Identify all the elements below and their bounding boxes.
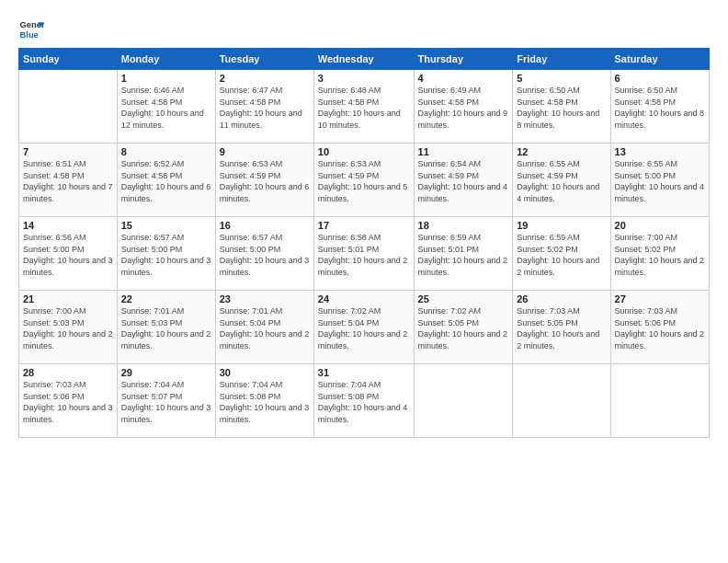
calendar-week-row: 7Sunrise: 6:51 AMSunset: 4:58 PMDaylight…: [19, 144, 710, 217]
day-number: 20: [615, 220, 705, 231]
calendar-week-row: 14Sunrise: 6:56 AMSunset: 5:00 PMDayligh…: [19, 217, 710, 291]
svg-text:Blue: Blue: [20, 30, 39, 40]
calendar-cell: 17Sunrise: 6:58 AMSunset: 5:01 PMDayligh…: [313, 217, 414, 291]
day-number: 8: [121, 146, 211, 157]
day-number: 7: [23, 146, 113, 157]
calendar-cell: 2Sunrise: 6:47 AMSunset: 4:58 PMDaylight…: [215, 70, 313, 144]
calendar-cell: 10Sunrise: 6:53 AMSunset: 4:59 PMDayligh…: [313, 144, 414, 217]
day-number: 31: [318, 367, 410, 378]
day-number: 18: [418, 220, 509, 231]
calendar-cell: [610, 364, 709, 438]
day-number: 9: [220, 146, 310, 157]
calendar-cell: 19Sunrise: 6:59 AMSunset: 5:02 PMDayligh…: [513, 217, 610, 291]
day-detail: Sunrise: 6:55 AMSunset: 5:00 PMDaylight:…: [615, 159, 705, 203]
day-number: 13: [615, 146, 705, 157]
logo-icon: General Blue: [18, 17, 44, 42]
day-number: 1: [121, 73, 211, 84]
calendar-cell: 4Sunrise: 6:49 AMSunset: 4:58 PMDaylight…: [414, 70, 513, 144]
calendar-cell: 7Sunrise: 6:51 AMSunset: 4:58 PMDaylight…: [19, 144, 118, 217]
header: General Blue: [18, 17, 710, 42]
day-detail: Sunrise: 7:03 AMSunset: 5:06 PMDaylight:…: [23, 380, 113, 424]
calendar-header-friday: Friday: [513, 49, 610, 70]
calendar-header-wednesday: Wednesday: [313, 49, 414, 70]
day-number: 11: [418, 146, 509, 157]
day-number: 22: [121, 293, 211, 304]
day-number: 26: [517, 293, 606, 304]
day-number: 5: [517, 73, 606, 84]
day-detail: Sunrise: 6:55 AMSunset: 4:59 PMDaylight:…: [517, 159, 599, 203]
day-detail: Sunrise: 7:01 AMSunset: 5:04 PMDaylight:…: [220, 306, 310, 350]
calendar-cell: 5Sunrise: 6:50 AMSunset: 4:58 PMDaylight…: [513, 70, 610, 144]
logo: General Blue: [18, 17, 44, 42]
day-number: 12: [517, 146, 606, 157]
calendar-header-sunday: Sunday: [19, 49, 118, 70]
day-detail: Sunrise: 6:58 AMSunset: 5:01 PMDaylight:…: [318, 233, 408, 277]
day-detail: Sunrise: 6:53 AMSunset: 4:59 PMDaylight:…: [318, 159, 408, 203]
day-number: 25: [418, 293, 509, 304]
day-number: 14: [23, 220, 113, 231]
day-detail: Sunrise: 7:00 AMSunset: 5:02 PMDaylight:…: [615, 233, 705, 277]
day-number: 29: [121, 367, 211, 378]
calendar-header-tuesday: Tuesday: [215, 49, 313, 70]
calendar-cell: 28Sunrise: 7:03 AMSunset: 5:06 PMDayligh…: [19, 364, 118, 438]
calendar-cell: 13Sunrise: 6:55 AMSunset: 5:00 PMDayligh…: [610, 144, 709, 217]
calendar-cell: 24Sunrise: 7:02 AMSunset: 5:04 PMDayligh…: [313, 291, 414, 364]
calendar-table: SundayMondayTuesdayWednesdayThursdayFrid…: [18, 48, 710, 438]
day-detail: Sunrise: 6:59 AMSunset: 5:01 PMDaylight:…: [418, 233, 508, 277]
day-detail: Sunrise: 7:02 AMSunset: 5:05 PMDaylight:…: [418, 306, 508, 350]
calendar-cell: [19, 70, 118, 144]
calendar-cell: 22Sunrise: 7:01 AMSunset: 5:03 PMDayligh…: [117, 291, 215, 364]
day-number: 15: [121, 220, 211, 231]
day-detail: Sunrise: 7:01 AMSunset: 5:03 PMDaylight:…: [121, 306, 211, 350]
calendar-cell: 23Sunrise: 7:01 AMSunset: 5:04 PMDayligh…: [215, 291, 313, 364]
day-number: 17: [318, 220, 410, 231]
day-number: 2: [220, 73, 310, 84]
calendar-cell: 6Sunrise: 6:50 AMSunset: 4:58 PMDaylight…: [610, 70, 709, 144]
calendar-cell: 3Sunrise: 6:48 AMSunset: 4:58 PMDaylight…: [313, 70, 414, 144]
day-detail: Sunrise: 7:02 AMSunset: 5:04 PMDaylight:…: [318, 306, 408, 350]
day-detail: Sunrise: 6:57 AMSunset: 5:00 PMDaylight:…: [220, 233, 310, 277]
day-detail: Sunrise: 6:46 AMSunset: 4:58 PMDaylight:…: [121, 86, 204, 130]
day-number: 24: [318, 293, 410, 304]
day-number: 4: [418, 73, 509, 84]
day-number: 27: [615, 293, 705, 304]
day-number: 28: [23, 367, 113, 378]
calendar-header-row: SundayMondayTuesdayWednesdayThursdayFrid…: [19, 49, 710, 70]
calendar-cell: 20Sunrise: 7:00 AMSunset: 5:02 PMDayligh…: [610, 217, 709, 291]
day-detail: Sunrise: 7:04 AMSunset: 5:07 PMDaylight:…: [121, 380, 211, 424]
day-number: 19: [517, 220, 606, 231]
calendar-cell: 11Sunrise: 6:54 AMSunset: 4:59 PMDayligh…: [414, 144, 513, 217]
calendar-cell: 15Sunrise: 6:57 AMSunset: 5:00 PMDayligh…: [117, 217, 215, 291]
calendar-cell: [414, 364, 513, 438]
day-detail: Sunrise: 6:48 AMSunset: 4:58 PMDaylight:…: [318, 86, 401, 130]
day-detail: Sunrise: 6:50 AMSunset: 4:58 PMDaylight:…: [517, 86, 599, 130]
calendar-cell: 27Sunrise: 7:03 AMSunset: 5:06 PMDayligh…: [610, 291, 709, 364]
calendar-cell: 16Sunrise: 6:57 AMSunset: 5:00 PMDayligh…: [215, 217, 313, 291]
day-detail: Sunrise: 7:04 AMSunset: 5:08 PMDaylight:…: [318, 380, 408, 424]
calendar-cell: 18Sunrise: 6:59 AMSunset: 5:01 PMDayligh…: [414, 217, 513, 291]
day-number: 3: [318, 73, 410, 84]
calendar-week-row: 28Sunrise: 7:03 AMSunset: 5:06 PMDayligh…: [19, 364, 710, 438]
calendar-header-monday: Monday: [117, 49, 215, 70]
day-number: 30: [220, 367, 310, 378]
calendar-week-row: 21Sunrise: 7:00 AMSunset: 5:03 PMDayligh…: [19, 291, 710, 364]
day-detail: Sunrise: 6:53 AMSunset: 4:59 PMDaylight:…: [220, 159, 310, 203]
day-detail: Sunrise: 7:04 AMSunset: 5:08 PMDaylight:…: [220, 380, 310, 424]
calendar-cell: 21Sunrise: 7:00 AMSunset: 5:03 PMDayligh…: [19, 291, 118, 364]
calendar-cell: 29Sunrise: 7:04 AMSunset: 5:07 PMDayligh…: [117, 364, 215, 438]
calendar-cell: 26Sunrise: 7:03 AMSunset: 5:05 PMDayligh…: [513, 291, 610, 364]
calendar-cell: 30Sunrise: 7:04 AMSunset: 5:08 PMDayligh…: [215, 364, 313, 438]
day-number: 10: [318, 146, 410, 157]
calendar-cell: 8Sunrise: 6:52 AMSunset: 4:58 PMDaylight…: [117, 144, 215, 217]
calendar-week-row: 1Sunrise: 6:46 AMSunset: 4:58 PMDaylight…: [19, 70, 710, 144]
day-number: 23: [220, 293, 310, 304]
day-detail: Sunrise: 6:49 AMSunset: 4:58 PMDaylight:…: [418, 86, 508, 130]
day-detail: Sunrise: 6:47 AMSunset: 4:58 PMDaylight:…: [220, 86, 302, 130]
calendar-cell: 25Sunrise: 7:02 AMSunset: 5:05 PMDayligh…: [414, 291, 513, 364]
calendar-cell: [513, 364, 610, 438]
calendar-header-saturday: Saturday: [610, 49, 709, 70]
calendar-cell: 9Sunrise: 6:53 AMSunset: 4:59 PMDaylight…: [215, 144, 313, 217]
page: General Blue SundayMondayTuesdayWednesda…: [0, 0, 728, 563]
calendar-cell: 14Sunrise: 6:56 AMSunset: 5:00 PMDayligh…: [19, 217, 118, 291]
calendar-cell: 12Sunrise: 6:55 AMSunset: 4:59 PMDayligh…: [513, 144, 610, 217]
